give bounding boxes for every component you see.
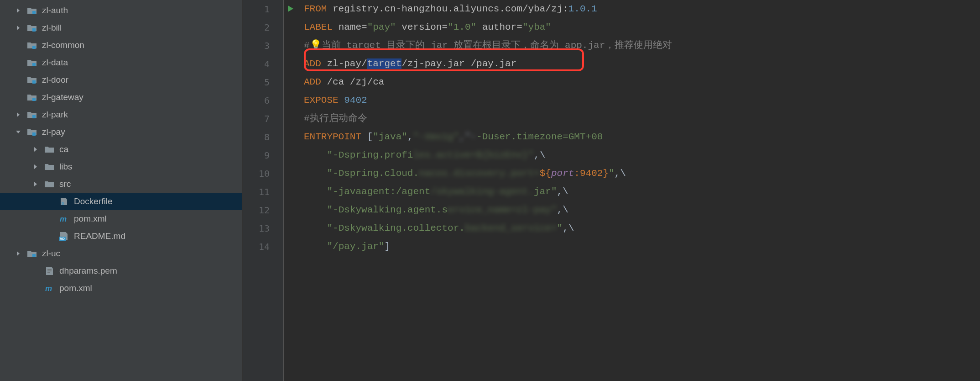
tree-item-label: libs — [59, 162, 73, 172]
module-folder-icon — [26, 109, 37, 120]
line-number[interactable]: 5 — [243, 73, 283, 91]
tree-item-src[interactable]: src — [0, 175, 242, 193]
code-line-4[interactable]: ADD zl-pay/target/zj-pay.jar /pay.jar — [304, 55, 980, 73]
code-line-13[interactable]: "-Dskywalking.collector.backend_service=… — [304, 219, 980, 238]
code-line-10[interactable]: "-Dspring.cloud.nacos.discovery.port=${p… — [304, 164, 980, 183]
tree-item-label: zl-common — [42, 40, 84, 50]
line-number[interactable]: 14 — [243, 238, 283, 256]
module-folder-icon — [26, 92, 37, 103]
tree-item-pom-xml[interactable]: mpom.xml — [0, 280, 242, 297]
svg-rect-3 — [32, 63, 36, 66]
module-folder-icon — [26, 22, 37, 33]
chevron-right-icon[interactable] — [14, 249, 23, 258]
tree-item-label: zl-bill — [42, 23, 62, 33]
line-number[interactable]: 12 — [243, 201, 283, 219]
svg-rect-6 — [32, 115, 36, 118]
tree-item-zl-data[interactable]: zl-data — [0, 54, 242, 71]
tree-item-zl-park[interactable]: zl-park — [0, 106, 242, 123]
chevron-right-icon[interactable] — [14, 23, 23, 32]
tree-item-label: zl-pay — [42, 127, 65, 137]
line-number[interactable]: 6 — [243, 91, 283, 110]
line-number[interactable]: 3 — [243, 37, 283, 55]
folder-icon — [44, 144, 55, 155]
chevron-down-icon[interactable] — [14, 127, 23, 137]
file-tree-sidebar[interactable]: zl-authzl-billzl-commonzl-datazl-doorzl-… — [0, 0, 243, 381]
module-folder-icon — [26, 127, 37, 138]
tree-item-label: pom.xml — [59, 283, 92, 293]
tree-item-zl-pay[interactable]: zl-pay — [0, 123, 242, 141]
line-number[interactable]: 4 — [243, 55, 283, 73]
code-line-14[interactable]: "/pay.jar"] — [304, 238, 980, 256]
tree-item-label: zl-gateway — [42, 92, 83, 102]
folder-icon — [44, 179, 55, 190]
svg-rect-5 — [32, 98, 36, 101]
line-number[interactable]: 1 — [243, 0, 283, 18]
maven-icon: m — [44, 283, 55, 294]
line-number[interactable]: 7 — [243, 110, 283, 128]
tree-item-label: ca — [59, 144, 68, 154]
tree-item-zl-common[interactable]: zl-common — [0, 37, 242, 54]
code-line-6[interactable]: EXPOSE 9402 — [304, 91, 980, 110]
code-line-8[interactable]: ENTRYPOINT ["java","-Xmx1g","--Duser.tim… — [304, 128, 980, 146]
chevron-right-icon[interactable] — [31, 162, 40, 171]
line-number[interactable]: 8 — [243, 128, 283, 146]
code-editor[interactable]: 1234567891011121314 FROM registry.cn-han… — [243, 0, 980, 381]
tree-item-label: dhparams.pem — [59, 266, 117, 276]
tree-item-label: Dockerfile — [74, 196, 112, 206]
svg-text:MD: MD — [60, 237, 65, 240]
tree-item-zl-gateway[interactable]: zl-gateway — [0, 89, 242, 106]
tree-item-dhparams-pem[interactable]: dhparams.pem — [0, 262, 242, 280]
tree-item-ca[interactable]: ca — [0, 141, 242, 158]
svg-rect-12 — [32, 254, 36, 257]
tree-item-zl-uc[interactable]: zl-uc — [0, 245, 242, 262]
tree-item-dockerfile[interactable]: DDockerfile — [0, 193, 242, 210]
tree-item-readme-md[interactable]: MDREADME.md — [0, 228, 242, 245]
module-folder-icon — [26, 5, 37, 16]
intention-bulb-icon[interactable]: 💡 — [310, 37, 322, 55]
svg-rect-2 — [32, 46, 36, 49]
svg-rect-7 — [32, 132, 36, 136]
svg-text:m: m — [60, 215, 67, 223]
gutter: 1234567891011121314 — [243, 0, 284, 381]
code-line-3[interactable]: #💡当前 target 目录下的 jar 放置在根目录下，命名为 app.jar… — [304, 37, 980, 55]
code-line-11[interactable]: "-javaagent:/agent/skywalking-agent.jar"… — [304, 183, 980, 201]
text-icon — [44, 265, 55, 276]
folder-icon — [44, 161, 55, 172]
tree-item-libs[interactable]: libs — [0, 158, 242, 175]
tree-item-label: zl-door — [42, 75, 68, 85]
tree-item-pom-xml[interactable]: mpom.xml — [0, 210, 242, 228]
line-number[interactable]: 13 — [243, 219, 283, 238]
module-folder-icon — [26, 40, 37, 51]
code-line-12[interactable]: "-Dskywalking.agent.service_name=zl-pay"… — [304, 201, 980, 219]
code-line-5[interactable]: ADD /ca /zj/ca — [304, 73, 980, 91]
chevron-right-icon[interactable] — [31, 180, 40, 189]
module-folder-icon — [26, 57, 37, 68]
tree-item-label: zl-auth — [42, 5, 68, 16]
tree-item-label: README.md — [74, 231, 125, 241]
md-icon: MD — [58, 231, 69, 242]
tree-item-label: src — [59, 179, 71, 189]
docker-icon: D — [58, 196, 69, 207]
tree-item-zl-door[interactable]: zl-door — [0, 71, 242, 89]
code-area[interactable]: FROM registry.cn-hangzhou.aliyuncs.com/y… — [284, 0, 980, 381]
tree-item-zl-auth[interactable]: zl-auth — [0, 2, 242, 19]
svg-text:m: m — [45, 284, 52, 293]
chevron-right-icon[interactable] — [14, 110, 23, 119]
line-number[interactable]: 11 — [243, 183, 283, 201]
line-number[interactable]: 2 — [243, 18, 283, 37]
svg-text:D: D — [62, 201, 64, 206]
line-number[interactable]: 10 — [243, 164, 283, 183]
module-folder-icon — [26, 248, 37, 259]
line-number[interactable]: 9 — [243, 146, 283, 164]
tree-item-label: zl-data — [42, 58, 68, 68]
svg-rect-1 — [32, 28, 36, 32]
code-line-1[interactable]: FROM registry.cn-hangzhou.aliyuncs.com/y… — [304, 0, 980, 18]
code-line-2[interactable]: LABEL name="pay" version="1.0" author="y… — [304, 18, 980, 37]
tree-item-label: pom.xml — [74, 214, 107, 224]
maven-icon: m — [58, 213, 69, 224]
chevron-right-icon[interactable] — [14, 6, 23, 15]
chevron-right-icon[interactable] — [31, 145, 40, 154]
code-line-7[interactable]: #执行启动命令 — [304, 110, 980, 128]
code-line-9[interactable]: "-Dspring.profiles.active=${bizEnv}",\ — [304, 146, 980, 164]
tree-item-zl-bill[interactable]: zl-bill — [0, 19, 242, 37]
